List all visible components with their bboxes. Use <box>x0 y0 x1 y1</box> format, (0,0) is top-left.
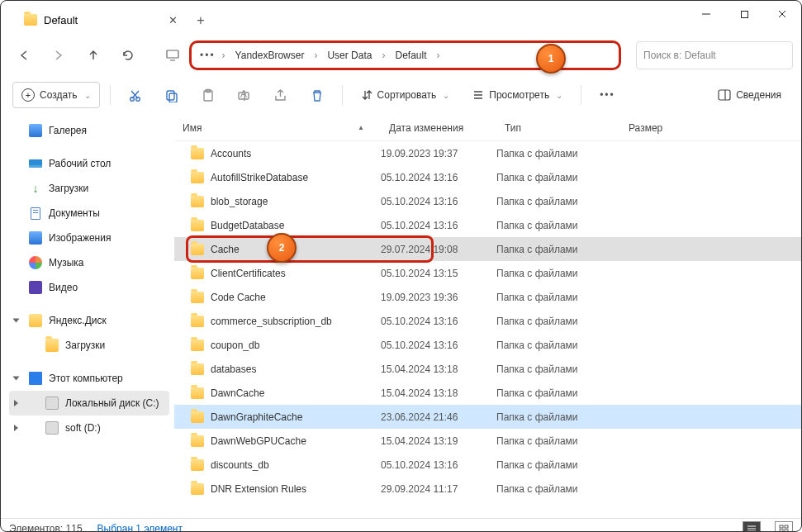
file-type: Папка с файлами <box>496 220 620 231</box>
file-name: DNR Extension Rules <box>211 483 306 495</box>
sidebar-videos[interactable]: Видео <box>9 275 169 300</box>
folder-icon <box>191 411 204 423</box>
file-row[interactable]: DawnWebGPUCache15.04.2024 13:19Папка с ф… <box>174 429 801 453</box>
file-date: 05.10.2024 13:16 <box>381 316 496 327</box>
drive-icon <box>45 421 59 435</box>
column-size[interactable]: Размер <box>620 122 686 134</box>
forward-button[interactable] <box>44 40 74 70</box>
sidebar-yadisk-downloads[interactable]: Загрузки <box>9 333 169 358</box>
close-window-button[interactable] <box>763 1 801 27</box>
column-date[interactable]: Дата изменения <box>381 122 496 134</box>
file-row[interactable]: DNR Extension Rules29.09.2024 11:17Папка… <box>174 477 801 501</box>
paste-button[interactable] <box>193 82 223 108</box>
file-name: DawnWebGPUCache <box>211 435 306 447</box>
back-button[interactable] <box>9 40 39 70</box>
file-row[interactable]: BudgetDatabase05.10.2024 13:16Папка с фа… <box>174 213 801 237</box>
file-row[interactable]: discounts_db05.10.2024 13:16Папка с файл… <box>174 453 801 477</box>
svg-rect-25 <box>780 525 783 528</box>
sort-button[interactable]: Сортировать ⌄ <box>353 82 458 108</box>
file-row[interactable]: ClientCertificates05.10.2024 13:15Папка … <box>174 261 801 285</box>
pc-icon <box>29 372 42 385</box>
breadcrumb-seg-0[interactable]: YandexBrowser <box>232 50 308 61</box>
sidebar-yandex-disk[interactable]: Яндекс.Диск <box>9 308 169 333</box>
create-label: Создать <box>40 89 78 101</box>
chevron-right-icon: › <box>435 50 442 61</box>
file-type: Папка с файлами <box>496 411 620 423</box>
create-button[interactable]: + Создать ⌄ <box>12 82 100 108</box>
delete-button[interactable] <box>302 82 332 108</box>
up-button[interactable] <box>78 40 108 70</box>
file-date: 05.10.2024 13:16 <box>381 340 496 351</box>
sidebar-drive-d[interactable]: soft (D:) <box>9 416 169 440</box>
navigation-sidebar: Галерея Рабочий стол ↓Загрузки Документы… <box>1 115 174 518</box>
file-date: 15.04.2024 13:18 <box>381 387 496 399</box>
new-tab-button[interactable]: + <box>187 6 214 36</box>
chevron-down-icon: ⌄ <box>556 91 562 100</box>
more-button[interactable]: ••• <box>591 82 624 108</box>
file-row[interactable]: DawnCache15.04.2024 13:18Папка с файлами <box>174 381 801 405</box>
column-headers[interactable]: Имя▲ Дата изменения Тип Размер <box>174 115 801 141</box>
file-row[interactable]: coupon_db05.10.2024 13:16Папка с файлами <box>174 333 801 357</box>
sidebar-desktop[interactable]: Рабочий стол <box>9 151 169 176</box>
copy-button[interactable] <box>157 82 187 108</box>
folder-icon <box>191 244 204 255</box>
column-name[interactable]: Имя▲ <box>174 122 381 134</box>
column-type[interactable]: Тип <box>496 122 620 134</box>
minimize-button[interactable] <box>687 1 725 27</box>
sidebar-music[interactable]: Музыка <box>9 250 169 275</box>
overflow-icon[interactable]: ••• <box>200 50 216 61</box>
file-row[interactable]: Code Cache19.09.2023 19:36Папка с файлам… <box>174 285 801 309</box>
file-row[interactable]: AutofillStrikeDatabase05.10.2024 13:16Па… <box>174 165 801 189</box>
file-name: Code Cache <box>211 292 266 303</box>
view-button[interactable]: Просмотреть ⌄ <box>464 82 571 108</box>
breadcrumb-seg-2[interactable]: Default <box>392 50 429 61</box>
sidebar-pictures[interactable]: Изображения <box>9 226 169 250</box>
file-type: Папка с файлами <box>496 148 620 159</box>
divider <box>342 85 343 105</box>
file-name: discounts_db <box>211 459 269 471</box>
close-tab-icon[interactable]: ✕ <box>168 14 178 26</box>
pc-icon <box>161 50 184 61</box>
svg-rect-20 <box>719 90 730 100</box>
cut-button[interactable] <box>121 82 150 108</box>
folder-icon <box>24 14 37 26</box>
tab-default[interactable]: Default ✕ <box>14 6 187 34</box>
thumbnails-view-button[interactable] <box>775 521 793 533</box>
file-date: 19.09.2023 19:37 <box>381 148 496 159</box>
file-date: 15.04.2024 13:18 <box>381 363 496 375</box>
file-date: 19.09.2023 19:36 <box>381 292 496 303</box>
file-row[interactable]: DawnGraphiteCache23.06.2024 21:46Папка с… <box>174 405 801 429</box>
details-label: Сведения <box>736 89 781 101</box>
share-button[interactable] <box>266 82 296 108</box>
file-date: 05.10.2024 13:16 <box>381 459 496 471</box>
details-pane-button[interactable]: Сведения <box>709 82 790 108</box>
details-pane-icon <box>718 89 731 101</box>
details-view-button[interactable] <box>743 521 761 533</box>
rename-button[interactable]: A <box>230 82 259 108</box>
file-row[interactable]: databases15.04.2024 13:18Папка с файлами <box>174 357 801 381</box>
file-name: coupon_db <box>211 340 259 351</box>
file-list-area: Имя▲ Дата изменения Тип Размер Accounts1… <box>174 115 801 518</box>
divider <box>581 85 581 105</box>
sidebar-documents[interactable]: Документы <box>9 201 169 226</box>
sidebar-downloads[interactable]: ↓Загрузки <box>9 176 169 201</box>
file-date: 23.06.2024 21:46 <box>381 411 496 423</box>
sidebar-this-pc[interactable]: Этот компьютер <box>9 366 169 391</box>
document-icon <box>29 207 42 220</box>
sidebar-item-label: Локальный диск (C:) <box>65 397 159 409</box>
chevron-down-icon: ⌄ <box>84 91 91 100</box>
sidebar-gallery[interactable]: Галерея <box>9 118 169 143</box>
file-row[interactable]: Accounts19.09.2023 19:37Папка с файлами <box>174 141 801 165</box>
file-row[interactable]: commerce_subscription_db05.10.2024 13:16… <box>174 309 801 333</box>
breadcrumb-seg-1[interactable]: User Data <box>324 50 375 61</box>
sidebar-drive-c[interactable]: Локальный диск (C:) <box>9 391 169 416</box>
tab-strip: Default ✕ + <box>1 1 687 36</box>
search-input[interactable]: Поиск в: Default <box>636 41 793 69</box>
refresh-button[interactable] <box>113 40 143 70</box>
sidebar-item-label: Загрузки <box>65 340 105 351</box>
command-toolbar: + Создать ⌄ A Сортировать ⌄ Просмотреть … <box>1 75 801 115</box>
maximize-button[interactable] <box>725 1 763 27</box>
column-label: Имя <box>183 122 202 134</box>
file-name: BudgetDatabase <box>211 220 284 231</box>
file-row[interactable]: blob_storage05.10.2024 13:16Папка с файл… <box>174 189 801 213</box>
